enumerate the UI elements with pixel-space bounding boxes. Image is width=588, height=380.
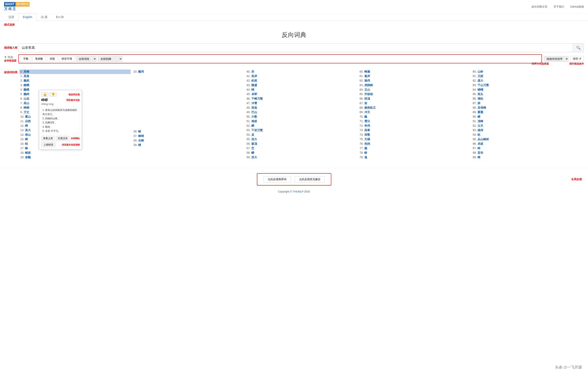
word-item-46[interactable]: 46. 千峰万壑 (246, 96, 357, 101)
word-item-19[interactable]: 19. 崔巍 (19, 155, 131, 160)
clear-button[interactable]: 清空 ↺ (570, 56, 584, 62)
search-input[interactable] (19, 43, 573, 52)
search-button[interactable]: 🔍 (573, 43, 584, 52)
word-item-42[interactable]: 42. 屹然 (246, 78, 357, 83)
word-item-94[interactable]: 94. 屹 (472, 133, 583, 137)
word-item-72[interactable]: 72. 奇伟 (359, 124, 470, 128)
word-item-98[interactable]: 98. 贡布 (472, 151, 583, 155)
word-item-99[interactable]: 99. 崎 (472, 155, 583, 160)
popup-link2-button[interactable]: 百度汉语 (56, 136, 70, 141)
word-item-54[interactable]: 54. 岌 (246, 133, 357, 137)
word-item-85[interactable]: 85. 高头 (472, 92, 583, 96)
word-item-88[interactable]: 88. 圣母峰 (472, 106, 583, 110)
word-item-93[interactable]: 93. 雄伟 (472, 128, 583, 133)
word-item-57[interactable]: 57. 峦 (246, 146, 357, 151)
word-item-20[interactable]: 20. 巍伟 (133, 70, 244, 74)
word-item-97[interactable]: 97. 峙 (472, 146, 583, 151)
word-item-95[interactable]: 95. 丛山峻岭 (472, 137, 583, 142)
word-item-40[interactable]: 40. 岩 (246, 70, 357, 74)
word-item-74[interactable]: 74. 深壑 (359, 133, 470, 137)
feedback-recommend-button[interactable]: 点此反馈推荐词 (264, 176, 291, 183)
word-item-91[interactable]: 91. 顶峰 (472, 119, 583, 124)
filter-pinyin[interactable]: 拼音字母 (59, 56, 75, 62)
word-item-71[interactable]: 71. 霄汉 (359, 119, 470, 124)
tab-english-chinese[interactable]: En-Zh (52, 14, 68, 21)
popup-pinyin: zhēng róng (41, 103, 80, 106)
tab-chinese-english[interactable]: 汉-英 (37, 14, 52, 21)
filter-pos-select[interactable]: 全部词性 (76, 56, 96, 62)
word-item-66[interactable]: 66. 绝顶 (359, 96, 470, 101)
word-item-39[interactable]: 39. 峣 (133, 143, 244, 147)
tab-chinese[interactable]: 汉语 (4, 14, 19, 21)
word-item-80[interactable]: 80. 山岭 (472, 70, 583, 74)
word-item-29 (133, 103, 244, 107)
word-item-60[interactable]: 60. 峰巅 (359, 70, 470, 74)
word-item-67[interactable]: 67. 耸 (359, 101, 470, 106)
word-item-82[interactable]: 82. 庞大 (472, 78, 583, 83)
word-item-58[interactable]: 58. 嶙 (246, 151, 357, 155)
word-item-79[interactable]: 79. 嵬 (359, 155, 470, 160)
popup-word-row: 峥嵘 词语基本信息 (41, 98, 80, 102)
word-item-50[interactable]: 50. 大壑 (246, 114, 357, 119)
word-item-59[interactable]: 59. 洪大 (246, 155, 357, 160)
feedback-suggest-button[interactable]: 点此反馈意见建议 (295, 176, 325, 183)
nav-about[interactable]: 关于我们 (553, 5, 564, 9)
word-item-89[interactable]: 89. 重重 (472, 110, 583, 114)
word-item-76[interactable]: 76. 危殆 (359, 142, 470, 146)
word-item-73[interactable]: 73. 高寒 (359, 128, 470, 133)
word-item-18[interactable]: 18. 峻拔 (19, 151, 131, 155)
filter-strokecount[interactable]: 笔画数 (32, 56, 46, 62)
word-item-36[interactable]: 36. 峻 (133, 129, 244, 134)
word-item-37[interactable]: 37. 峻峭 (133, 134, 244, 138)
word-item-35 (133, 126, 244, 129)
word-item-61[interactable]: 61. 魁岸 (359, 74, 470, 78)
word-item-90[interactable]: 90. 嵝 (472, 114, 583, 119)
tab-english[interactable]: English (19, 14, 37, 21)
sort-select[interactable]: 按相关性排序 (544, 56, 569, 62)
word-item-84[interactable]: 84. 崚嶒 (472, 88, 583, 92)
word-item-38[interactable]: 38. 尖峰 (133, 138, 244, 143)
nav-home[interactable]: 反向词典主页 (531, 5, 547, 9)
word-item-43[interactable]: 43. 隆盛 (246, 83, 357, 88)
word-item-87[interactable]: 87. 崇 (472, 101, 583, 106)
word-item-86[interactable]: 86. 偎松 (472, 96, 583, 101)
thumbdown-button[interactable]: 👎 (49, 92, 57, 97)
word-item-55[interactable]: 55. 浩大 (246, 137, 357, 142)
word-item-51[interactable]: 51. 海拔 (246, 119, 357, 124)
word-item-83[interactable]: 83. 千山万壑 (472, 83, 583, 88)
thumbup-button[interactable]: 👍 (41, 92, 48, 97)
filter-charcount[interactable]: 字数 (20, 56, 31, 62)
word-item-47[interactable]: 47. 冲霄 (246, 101, 357, 106)
word-item-75[interactable]: 75. 天梯 (359, 137, 470, 142)
word-item-41[interactable]: 41. 高岸 (246, 74, 357, 78)
popup-link1-button[interactable]: 查看义原 (41, 136, 55, 141)
popup-report-button[interactable]: 上报错误 (41, 142, 56, 147)
word-item-48[interactable]: 48. 高耸 (246, 106, 357, 110)
word-item-70[interactable]: 70. 巍 (359, 114, 470, 119)
word-item-69[interactable]: 69. 冲天 (359, 110, 470, 114)
word-item-2[interactable]: 2. 巍然 (19, 78, 131, 83)
word-item-0[interactable]: 0. 高峻 (19, 70, 131, 74)
word-item-1[interactable]: 1. 高耸 (19, 74, 131, 78)
word-item-52[interactable]: 52. 嶙 (246, 124, 357, 128)
word-item-64[interactable]: 64. 玉山 (359, 88, 470, 92)
word-item-68[interactable]: 68. 傲然屹立 (359, 106, 470, 110)
word-item-78[interactable]: 78. 峤 (359, 151, 470, 155)
word-item-92[interactable]: 92. 云天 (472, 124, 583, 128)
filter-rhyme-select[interactable]: 全部韵脚 (98, 56, 122, 62)
nav-github[interactable]: GitHub链接 (570, 5, 584, 9)
word-item-96[interactable]: 96. 卓拔 (472, 142, 583, 146)
word-item-62[interactable]: 62. 魁伟 (359, 78, 470, 83)
word-item-63[interactable]: 63. 虎跳峡 (359, 83, 470, 88)
word-item-53[interactable]: 53. 千岩万壑 (246, 128, 357, 133)
filter-wordform[interactable]: 词形 (47, 56, 57, 62)
word-item-3[interactable]: 3. 嵯峨 (19, 83, 131, 88)
word-item-45[interactable]: 45. 卓荦 (246, 92, 357, 96)
word-item-65[interactable]: 65. 齐崭崭 (359, 92, 470, 96)
word-item-49[interactable]: 49. 巴山 (246, 110, 357, 114)
word-item-56[interactable]: 56. 极顶 (246, 142, 357, 146)
word-item-27 (133, 96, 244, 100)
word-item-81[interactable]: 81. 兀然 (472, 74, 583, 78)
word-item-44[interactable]: 44. 峭 (246, 88, 357, 92)
word-item-77[interactable]: 77. 巅 (359, 146, 470, 151)
